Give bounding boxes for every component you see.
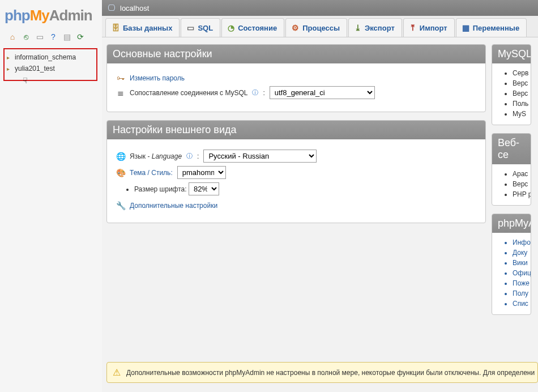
tab-label: Импорт <box>420 24 447 32</box>
pma-link[interactable]: Доку <box>513 249 531 257</box>
tab-processes[interactable]: ⚙Процессы <box>285 18 347 37</box>
tab-label: Переменные <box>473 24 519 32</box>
palette-icon: 🎨 <box>116 168 125 177</box>
panel-main-settings: Основные настройки 🗝 Изменить пароль ≣ С… <box>106 44 486 112</box>
globe-icon: 🌐 <box>116 152 125 161</box>
list-icon: ≣ <box>116 88 125 97</box>
tab-sql[interactable]: ▭SQL <box>181 18 220 37</box>
fontsize-row: Размер шрифта: 82% <box>134 182 476 195</box>
tab-label: Процессы <box>302 24 340 32</box>
mysql-info-row: Серв <box>513 69 531 77</box>
reload-icon[interactable]: ⟳ <box>76 32 85 41</box>
tab-variables[interactable]: ▦Переменные <box>456 18 527 37</box>
db-icon: ▸ <box>7 54 12 61</box>
breadcrumb: 🖵 localhost <box>102 0 538 16</box>
exit-icon[interactable]: ⎋ <box>22 32 31 41</box>
logo-part-php: php <box>5 7 30 24</box>
variables-icon: ▦ <box>462 23 469 32</box>
processes-icon: ⚙ <box>292 23 299 32</box>
key-icon: 🗝 <box>116 74 125 83</box>
mysql-info-row: Верс <box>513 90 531 97</box>
pma-link[interactable]: Офиц <box>513 269 531 277</box>
db-icon: ▸ <box>7 66 12 72</box>
sql-icon: ▭ <box>187 23 194 32</box>
panel-phpmyadmin-info: phpMyA Инфо Доку Вики Офиц Поже Полу Спи… <box>492 214 531 315</box>
status-icon: ◔ <box>228 23 234 32</box>
logo-part-my: My <box>30 7 49 24</box>
tab-export[interactable]: ⤓Экспорт <box>348 18 402 37</box>
panel-title: Настройки внешнего вида <box>107 121 485 139</box>
webserver-row: Apac <box>513 170 531 178</box>
change-password-link[interactable]: Изменить пароль <box>130 74 185 82</box>
help-icon[interactable]: ? <box>49 32 58 41</box>
webserver-row: Верс <box>513 180 531 188</box>
theme-label[interactable]: Тема / Стиль: <box>130 169 173 177</box>
language-select[interactable]: Русский - Russian <box>203 150 317 163</box>
more-settings-link[interactable]: Дополнительные настройки <box>130 202 217 210</box>
panel-title: Веб-се <box>492 134 531 164</box>
webserver-row: PHP р <box>513 190 531 198</box>
tab-status[interactable]: ◔Состояние <box>221 18 284 37</box>
export-icon: ⤓ <box>355 23 361 32</box>
fontsize-select[interactable]: 82% <box>189 182 219 195</box>
db-item-yulia201-test[interactable]: ▸ yulia201_test <box>6 63 95 74</box>
logo-part-admin: Admin <box>49 7 92 24</box>
fontsize-label: Размер шрифта: <box>134 185 187 193</box>
pma-link[interactable]: Спис <box>513 300 531 308</box>
tab-label: Экспорт <box>365 24 395 32</box>
config-warning-notice: ⚠ Дополнительные возможности phpMyAdmin … <box>106 362 538 383</box>
panel-appearance-settings: Настройки внешнего вида 🌐 Язык - Languag… <box>106 120 486 223</box>
theme-select[interactable]: pmahomme <box>177 166 226 179</box>
collation-select[interactable]: utf8_general_ci <box>270 86 375 99</box>
database-list: ▸ information_schema ▸ yulia201_test <box>3 48 97 81</box>
panel-title: phpMyA <box>492 214 531 233</box>
pma-link[interactable]: Инфо <box>513 238 531 246</box>
db-item-information-schema[interactable]: ▸ information_schema <box>6 52 95 63</box>
db-name: information_schema <box>15 53 76 61</box>
info-icon[interactable]: ⓘ <box>252 88 258 97</box>
tab-label: SQL <box>198 24 213 32</box>
pma-link[interactable]: Поже <box>513 279 531 287</box>
mysql-info-row: MyS <box>513 110 531 118</box>
pma-link[interactable]: Вики <box>513 259 531 267</box>
server-icon: 🖵 <box>108 3 116 12</box>
logo: phpMyAdmin <box>2 5 100 29</box>
main-tabs: 🗄Базы данных ▭SQL ◔Состояние ⚙Процессы ⤓… <box>102 16 538 37</box>
tab-label: Базы данных <box>123 24 172 32</box>
docs-icon[interactable]: ▤ <box>62 32 71 41</box>
notice-text: Дополнительные возможности phpMyAdmin не… <box>126 369 535 377</box>
mysql-info-row: Поль <box>513 100 531 108</box>
language-label: Язык - Language <box>130 152 182 160</box>
quicksql-icon[interactable]: ▭ <box>35 32 44 41</box>
home-icon[interactable]: ⌂ <box>8 32 17 41</box>
db-name: yulia201_test <box>15 65 55 73</box>
collation-label: Сопоставление соединения с MySQL <box>130 89 247 97</box>
panel-webserver-info: Веб-се Apac Верс PHP р <box>492 133 531 206</box>
tab-databases[interactable]: 🗄Базы данных <box>105 18 180 37</box>
panel-title: MySQL <box>492 45 531 63</box>
info-icon[interactable]: ⓘ <box>186 152 193 160</box>
panel-title: Основные настройки <box>107 45 485 63</box>
tab-import[interactable]: ⤒Импорт <box>403 18 455 37</box>
nav-quick-icons: ⌂ ⎋ ▭ ? ▤ ⟳ <box>2 29 100 47</box>
pma-link[interactable]: Полу <box>513 289 531 297</box>
wrench-icon: 🔧 <box>116 201 125 210</box>
panel-mysql-info: MySQL Серв Верс Верс Поль MyS <box>492 44 531 125</box>
database-icon: 🗄 <box>112 23 119 32</box>
breadcrumb-server[interactable]: localhost <box>120 4 149 12</box>
mysql-info-row: Верс <box>513 79 531 87</box>
import-icon: ⤒ <box>409 23 416 32</box>
warning-icon: ⚠ <box>113 367 121 378</box>
tab-label: Состояние <box>238 24 277 32</box>
